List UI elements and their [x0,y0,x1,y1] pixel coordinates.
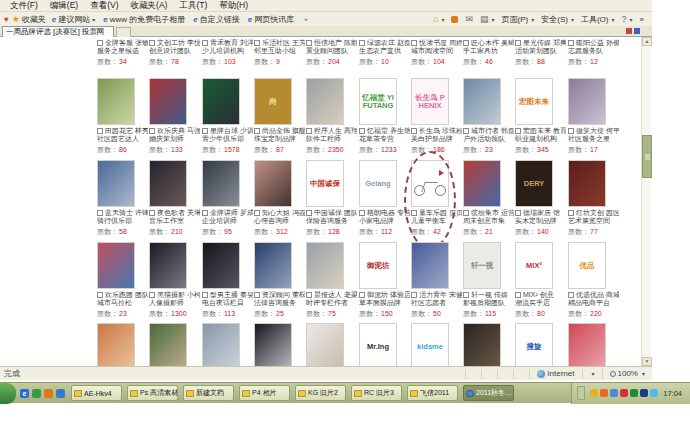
entry-photo[interactable] [97,323,135,366]
favorites-link[interactable]: e网页快讯库 [248,14,294,25]
entry-checkbox[interactable] [149,292,155,298]
favorites-heart-icon[interactable]: ♥ [4,15,9,24]
favorites-button[interactable]: 收藏夹 [22,14,46,25]
entry-checkbox[interactable] [515,210,521,216]
entry-checkbox[interactable] [515,292,521,298]
entry-photo[interactable] [254,160,292,207]
favorites-star-icon[interactable]: ★ [12,14,20,24]
new-tab-button[interactable] [116,27,131,37]
menu-item[interactable]: 收藏夹(A) [125,0,174,12]
menu-item[interactable]: 查看(V) [84,0,124,12]
entry-photo[interactable]: 宏图未来 [515,78,553,125]
entry-photo[interactable]: 优品 [568,242,606,289]
entry-photo[interactable] [149,160,187,207]
scrollbar-down-arrow[interactable]: ▼ [642,357,652,366]
favbar-overflow-chevron[interactable]: » [304,16,307,22]
entry-photo[interactable] [306,323,344,366]
entry-photo[interactable]: 忆福堂 YIFUTANG [359,78,397,125]
entry-photo[interactable] [568,323,606,366]
entry-photo[interactable] [202,78,240,125]
entry-checkbox[interactable] [149,128,155,134]
entry-checkbox[interactable] [568,40,574,46]
ie-icon[interactable]: e [20,389,29,398]
entry-photo[interactable] [254,242,292,289]
scrollbar-thumb[interactable] [642,135,652,178]
entry-checkbox[interactable] [306,40,312,46]
entry-checkbox[interactable] [515,128,521,134]
entry-photo[interactable] [97,242,135,289]
menu-item[interactable]: 文件(F) [4,0,44,12]
entry-photo[interactable]: 御泥坊 [359,242,397,289]
scrollbar-up-arrow[interactable]: ▲ [642,37,652,46]
entry-photo[interactable] [411,160,449,207]
media-icon[interactable] [44,389,53,398]
entry-photo[interactable]: 中国诚保 [306,160,344,207]
menu-item[interactable]: 工具(T) [173,0,213,12]
entry-checkbox[interactable] [515,40,521,46]
favorites-link[interactable]: e自定义链接 [193,14,239,25]
entry-checkbox[interactable] [463,292,469,298]
entry-checkbox[interactable] [97,210,103,216]
entry-photo[interactable] [202,160,240,207]
taskbar-button[interactable]: P4 相片 [239,385,290,401]
entry-checkbox[interactable] [254,40,260,46]
help-button[interactable]: ? ▾ [622,14,633,24]
entry-photo[interactable]: 尚 [254,78,292,125]
network-icon[interactable] [640,389,648,397]
entry-checkbox[interactable] [306,210,312,216]
security-icon[interactable] [600,389,608,397]
show-desktop-divider[interactable] [577,386,585,400]
protected-mode-cell[interactable]: ▾ [582,369,602,379]
entry-checkbox[interactable] [359,292,365,298]
entry-checkbox[interactable] [97,292,103,298]
entry-checkbox[interactable] [568,210,574,216]
safety-menu-button[interactable]: 安全(S) ▾ [541,14,574,25]
entry-checkbox[interactable] [254,292,260,298]
im-icon[interactable] [590,389,598,397]
taskbar-button[interactable]: 飞信2011 [407,385,458,401]
entry-checkbox[interactable] [254,128,260,134]
entry-checkbox[interactable] [359,210,365,216]
commandbar-overflow-chevron[interactable]: » [640,15,644,24]
vertical-scrollbar[interactable]: ▲ ▼ [641,37,651,366]
entry-photo[interactable]: DERY [515,160,553,207]
entry-checkbox[interactable] [359,128,365,134]
entry-photo[interactable]: Mr.Ing [359,323,397,366]
entry-photo[interactable] [568,78,606,125]
entry-checkbox[interactable] [463,40,469,46]
home-button[interactable]: ⌂ ▾ [433,14,444,24]
messenger-icon[interactable] [32,389,41,398]
favorites-link[interactable]: ewww 的免费电子相册 [103,14,185,25]
taskbar-button[interactable]: RC 旧片3 [351,385,402,401]
entry-photo[interactable] [202,242,240,289]
page-menu-button[interactable]: 页面(P) ▾ [502,14,535,25]
entry-photo[interactable]: Gelang [359,160,397,207]
volume-icon[interactable] [620,389,628,397]
entry-checkbox[interactable] [202,292,208,298]
entry-checkbox[interactable] [306,128,312,134]
print-button[interactable]: ▤ ▾ [480,14,495,24]
entry-photo[interactable] [149,323,187,366]
entry-checkbox[interactable] [411,40,417,46]
entry-checkbox[interactable] [411,210,417,216]
antivirus-icon[interactable] [630,389,638,397]
update-icon[interactable] [610,389,618,397]
entry-photo[interactable] [202,323,240,366]
entry-photo[interactable] [411,242,449,289]
suggested-sites-link[interactable]: e 建议网站 ▾ [52,14,95,25]
tabbar-icon-blue[interactable] [634,28,640,34]
entry-photo[interactable] [463,78,501,125]
entry-photo[interactable] [568,160,606,207]
taskbar-button[interactable]: Ps 高清素材 [127,385,178,401]
entry-checkbox[interactable] [149,40,155,46]
taskbar-button[interactable]: 新建文档 [183,385,234,401]
entry-photo[interactable]: 长生鸟 PHENIX [411,78,449,125]
entry-checkbox[interactable] [411,128,417,134]
entry-checkbox[interactable] [149,210,155,216]
tabbar-icon-red[interactable] [626,28,632,34]
entry-photo[interactable] [306,78,344,125]
entry-photo[interactable] [149,242,187,289]
entry-photo[interactable]: 搜旋 [515,323,553,366]
entry-checkbox[interactable] [568,128,574,134]
entry-checkbox[interactable] [202,210,208,216]
